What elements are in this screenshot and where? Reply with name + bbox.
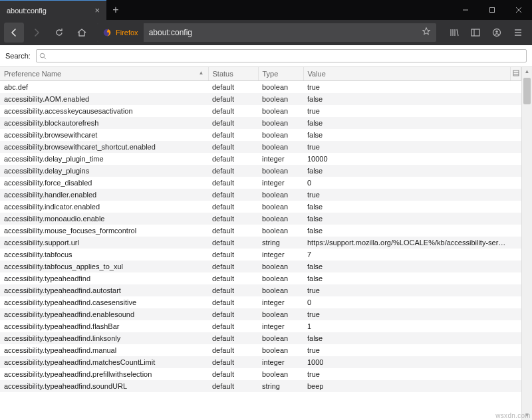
- table-row[interactable]: accessibility.typeaheadfind.casesensitiv…: [0, 296, 521, 308]
- cell-status: default: [208, 272, 258, 284]
- cell-value: false: [303, 165, 511, 177]
- col-header-status[interactable]: Status: [208, 67, 258, 81]
- table-row[interactable]: accessibility.browsewithcaret_shortcut.e…: [0, 141, 521, 153]
- cell-type: boolean: [258, 189, 303, 201]
- pref-search-row: Search:: [0, 45, 532, 67]
- scrollbar-thumb[interactable]: [523, 78, 531, 104]
- table-row[interactable]: accessibility.force_disableddefaultinteg…: [0, 177, 521, 189]
- account-button[interactable]: [487, 23, 507, 43]
- table-row[interactable]: accessibility.accesskeycausesactivationd…: [0, 105, 521, 117]
- col-header-name[interactable]: Preference Name▲: [0, 67, 208, 81]
- table-row[interactable]: accessibility.browsewithcaretdefaultbool…: [0, 129, 521, 141]
- table-row[interactable]: accessibility.tabfocusdefaultinteger7: [0, 249, 521, 261]
- reload-button[interactable]: [49, 23, 69, 43]
- table-row[interactable]: abc.defdefaultbooleantrue: [0, 81, 521, 94]
- cell-name: accessibility.indicator.enabled: [0, 201, 208, 213]
- firefox-icon: [102, 28, 112, 37]
- cell-name: accessibility.typeaheadfind.casesensitiv…: [0, 296, 208, 308]
- table-row[interactable]: accessibility.typeaheadfind.soundURLdefa…: [0, 380, 521, 392]
- cell-name: accessibility.delay_plugin_time: [0, 153, 208, 165]
- cell-name: accessibility.blockautorefresh: [0, 117, 208, 129]
- table-row[interactable]: accessibility.typeaheadfind.flashBardefa…: [0, 320, 521, 332]
- table-row[interactable]: accessibility.typeaheadfind.matchesCount…: [0, 356, 521, 368]
- home-button[interactable]: [72, 23, 92, 43]
- col-header-name-label: Preference Name: [4, 70, 61, 78]
- column-picker[interactable]: [511, 67, 521, 81]
- sidebar-button[interactable]: [466, 23, 485, 43]
- cell-value: 0: [303, 296, 511, 308]
- table-row[interactable]: accessibility.AOM.enableddefaultbooleanf…: [0, 93, 521, 105]
- table-row[interactable]: accessibility.typeaheadfind.prefillwiths…: [0, 368, 521, 380]
- app-menu-button[interactable]: [508, 23, 528, 43]
- cell-status: default: [208, 296, 258, 308]
- cell-value: false: [303, 332, 511, 344]
- search-input[interactable]: [49, 52, 523, 60]
- search-box[interactable]: [36, 49, 527, 62]
- table-row[interactable]: accessibility.delay_plugin_timedefaultin…: [0, 153, 521, 165]
- browser-tab[interactable]: about:config ×: [0, 0, 106, 20]
- col-header-value[interactable]: Value: [303, 67, 511, 81]
- cell-type: boolean: [258, 105, 303, 117]
- table-row[interactable]: accessibility.typeaheadfind.linksonlydef…: [0, 332, 521, 344]
- table-row[interactable]: accessibility.support.urldefaultstringht…: [0, 237, 521, 249]
- cell-name: accessibility.tabfocus: [0, 249, 208, 261]
- vertical-scrollbar[interactable]: ▲ ▼: [521, 67, 532, 420]
- cell-value: 7: [303, 249, 511, 261]
- close-window-button[interactable]: [505, 0, 532, 20]
- table-header-row: Preference Name▲ Status Type Value: [0, 67, 521, 81]
- col-header-status-label: Status: [213, 70, 233, 78]
- forward-button[interactable]: [27, 23, 47, 43]
- pref-table-scroll[interactable]: Preference Name▲ Status Type Value abc.d…: [0, 67, 521, 420]
- col-header-type[interactable]: Type: [258, 67, 303, 81]
- maximize-button[interactable]: [479, 0, 505, 20]
- cell-status: default: [208, 249, 258, 261]
- table-row[interactable]: accessibility.indicator.enableddefaultbo…: [0, 201, 521, 213]
- watermark: wsxdn.com: [495, 412, 531, 419]
- cell-value: true: [303, 105, 511, 117]
- url-identity-box[interactable]: Firefox: [97, 23, 144, 42]
- url-bar[interactable]: Firefox: [97, 23, 436, 42]
- table-row[interactable]: accessibility.typeaheadfinddefaultboolea…: [0, 272, 521, 284]
- cell-value: true: [303, 284, 511, 296]
- row-trailing-cell: [511, 332, 521, 344]
- cell-name: abc.def: [0, 81, 208, 94]
- table-row[interactable]: accessibility.typeaheadfind.autostartdef…: [0, 284, 521, 296]
- url-input[interactable]: [144, 28, 416, 37]
- row-trailing-cell: [511, 129, 521, 141]
- cell-type: integer: [258, 320, 303, 332]
- cell-value: false: [303, 261, 511, 272]
- new-tab-button[interactable]: +: [106, 0, 125, 20]
- table-row[interactable]: accessibility.typeaheadfind.enablesoundd…: [0, 308, 521, 320]
- table-row[interactable]: accessibility.blockautorefreshdefaultboo…: [0, 117, 521, 129]
- minimize-button[interactable]: [452, 0, 479, 20]
- cell-name: accessibility.typeaheadfind.matchesCount…: [0, 356, 208, 368]
- brand-text: Firefox: [116, 29, 138, 37]
- cell-name: accessibility.typeaheadfind.linksonly: [0, 332, 208, 344]
- table-row[interactable]: accessibility.mouse_focuses_formcontrold…: [0, 225, 521, 237]
- cell-status: default: [208, 93, 258, 105]
- bookmark-star-icon[interactable]: [416, 27, 436, 39]
- row-trailing-cell: [511, 296, 521, 308]
- scroll-up-icon[interactable]: ▲: [522, 67, 532, 76]
- row-trailing-cell: [511, 141, 521, 153]
- cell-status: default: [208, 308, 258, 320]
- library-button[interactable]: [444, 23, 464, 43]
- cell-value: true: [303, 189, 511, 201]
- table-row[interactable]: accessibility.monoaudio.enabledefaultboo…: [0, 213, 521, 225]
- column-picker-icon: [513, 70, 519, 76]
- tabs-strip: about:config × +: [0, 0, 452, 20]
- cell-value: true: [303, 368, 511, 380]
- table-row[interactable]: accessibility.delay_pluginsdefaultboolea…: [0, 165, 521, 177]
- cell-value: false: [303, 117, 511, 129]
- cell-status: default: [208, 284, 258, 296]
- row-trailing-cell: [511, 81, 521, 94]
- cell-status: default: [208, 129, 258, 141]
- cell-status: default: [208, 320, 258, 332]
- table-row[interactable]: accessibility.tabfocus_applies_to_xuldef…: [0, 261, 521, 272]
- cell-type: boolean: [258, 201, 303, 213]
- row-trailing-cell: [511, 165, 521, 177]
- close-tab-icon[interactable]: ×: [94, 5, 100, 15]
- back-button[interactable]: [4, 23, 24, 43]
- table-row[interactable]: accessibility.typeaheadfind.manualdefaul…: [0, 344, 521, 356]
- table-row[interactable]: accessibility.handler.enableddefaultbool…: [0, 189, 521, 201]
